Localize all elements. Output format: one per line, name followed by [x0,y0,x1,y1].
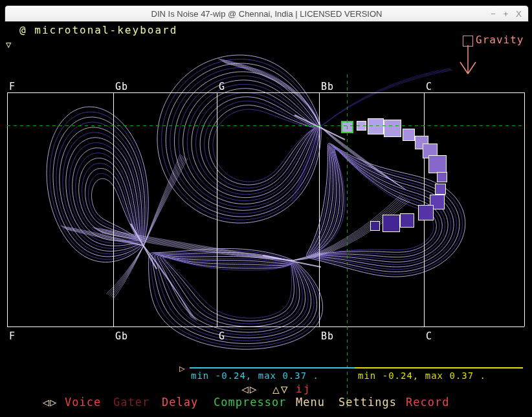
app-window: FFGbGbGGBbBbCC DIN Is Noise 47-wip @ Che… [0,0,532,417]
key-i-label[interactable]: i [296,383,302,395]
menu-item-[interactable]: ◁▷ [43,396,57,409]
page-title: @ microtonal-keyboard [19,24,177,36]
window-title: DIN Is Noise 47-wip @ Chennai, India | L… [151,9,382,19]
range-line-left[interactable] [190,367,355,369]
menu-item-gater[interactable]: Gater [113,396,150,409]
range-pointer-icon[interactable]: ▷ [179,363,185,374]
range-line-right[interactable] [355,367,523,369]
menu-item-delay[interactable]: Delay [162,396,198,409]
nav-up-down-icon[interactable]: △▽ [272,382,289,396]
menu-item-settings[interactable]: Settings [338,396,397,409]
range-readout-left: min -0.24, max 0.37 . [191,370,319,381]
menu-item-voice[interactable]: Voice [65,396,101,409]
menu-item-compressor[interactable]: Compressor [214,396,286,409]
close-button[interactable]: X [516,9,522,19]
prev-triangle-icon[interactable]: ▽ [6,39,11,50]
range-readout-right: min -0.24, max 0.37 . [358,370,486,381]
titlebar[interactable]: DIN Is Noise 47-wip @ Chennai, India | L… [5,5,529,22]
menu-item-menu[interactable]: Menu [296,396,325,409]
maximize-button[interactable]: + [504,9,509,19]
minimize-button[interactable]: − [491,9,496,19]
nav-left-right-icon[interactable]: ◁▷ [241,382,258,396]
menu-item-record[interactable]: Record [406,396,449,409]
crosshair-layer [0,0,532,417]
key-j-label[interactable]: j [304,383,310,395]
gravity-arrow-icon [453,43,492,81]
